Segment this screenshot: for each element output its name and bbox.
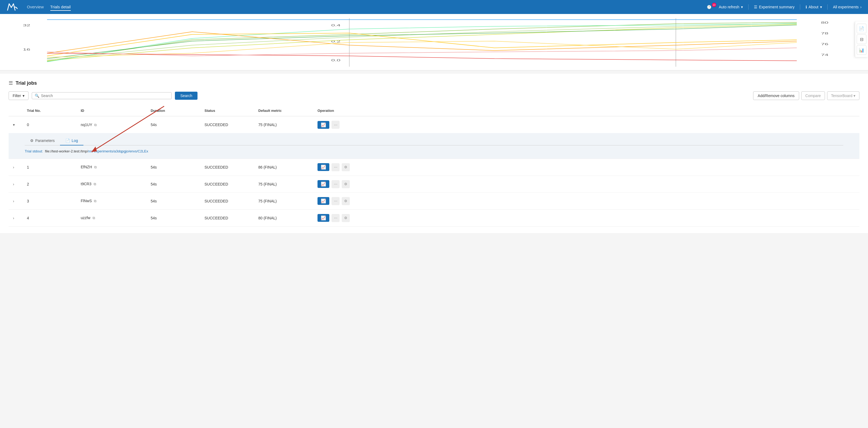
auto-refresh-btn[interactable]: 🕐 10 Auto refresh ▾ (707, 5, 743, 9)
col-trial-no: Trial No. (25, 107, 79, 114)
expand-button-2[interactable]: › (11, 182, 17, 187)
tab-parameters[interactable]: ⚙ Parameters (25, 136, 60, 145)
all-experiments-btn[interactable]: All experiments › (833, 5, 862, 9)
stdout-path-prefix: file://test-worker-2.test:/tmp/ (45, 149, 88, 153)
search-icon: 🔍 (35, 94, 39, 98)
op-icon1-0[interactable]: ⋯ (332, 121, 340, 129)
expand-button-0[interactable]: ▾ (11, 122, 17, 127)
svg-text:80: 80 (821, 21, 828, 24)
chevron-down-icon: ▾ (741, 5, 743, 9)
log-icon: 📄 (65, 138, 70, 143)
chart-area: 32 16 0.4 0.2 0.0 80 78 76 74 (0, 14, 868, 70)
op-icon1-2[interactable]: ⋯ (332, 180, 340, 188)
svg-text:74: 74 (821, 53, 829, 57)
add-remove-columns-button[interactable]: Add/Remove columns (753, 91, 799, 100)
op-icon2-4[interactable]: ⚙ (342, 214, 350, 222)
chart-button-3[interactable]: 📈 (317, 197, 329, 205)
nav-trials-detail[interactable]: Trials detail (50, 3, 71, 11)
about-btn[interactable]: ℹ About ▾ (806, 5, 822, 9)
op-icon2-2[interactable]: ⚙ (342, 180, 350, 188)
chevron-down-icon2: ▾ (820, 5, 822, 9)
main-content: ☰ Trial jobs Filter ▾ 🔍 Search Add/Remov… (0, 74, 868, 233)
side-table-button[interactable]: ⊟ (857, 34, 866, 44)
svg-text:32: 32 (23, 24, 30, 27)
operation-3: 📈 ⋯ ⚙ (315, 196, 369, 206)
expand-cell-1: › (9, 163, 25, 171)
stdout-label: Trial stdout: (25, 149, 43, 153)
op-icon1-1[interactable]: ⋯ (332, 163, 340, 171)
svg-text:76: 76 (821, 42, 828, 46)
expand-cell-3: › (9, 197, 25, 205)
duration-2: 54s (149, 181, 202, 187)
auto-refresh-label: Auto refresh (719, 5, 739, 9)
expand-cell-4: › (9, 214, 25, 222)
search-input[interactable] (41, 94, 169, 98)
dropdown-icon: ▾ (854, 94, 855, 98)
status-2: SUCCEEDED (202, 181, 256, 187)
trial-no-0: 0 (25, 122, 79, 128)
experiment-summary-btn[interactable]: ☰ Experiment summary (754, 5, 795, 9)
search-container: 🔍 (32, 92, 172, 99)
metric-2: 75 (FINAL) (256, 181, 315, 187)
filter-button[interactable]: Filter ▾ (9, 91, 29, 100)
tensorboard-button[interactable]: TensorBoard ▾ (827, 91, 859, 100)
expand-button-3[interactable]: › (11, 198, 17, 204)
side-chart-button[interactable]: 📊 (857, 45, 866, 55)
chart-button-0[interactable]: 📈 (317, 121, 329, 129)
table-row[interactable]: ▾ 0 nq1UY ⧉ 54s SUCCEEDED 75 (FINAL) 📈 ⋯ (9, 117, 859, 133)
compare-button[interactable]: Compare (801, 91, 825, 100)
chart-button-1[interactable]: 📈 (317, 163, 329, 171)
tab-log-label: Log (71, 138, 78, 143)
id-cell-0: nq1UY ⧉ (79, 122, 149, 128)
logo[interactable] (6, 3, 18, 11)
chart-svg: 32 16 0.4 0.2 0.0 80 78 76 74 (11, 18, 857, 67)
table-header: Trial No. ID Duration Status Default met… (9, 105, 859, 117)
table-row-1[interactable]: › 1 EfNZH ⧉ 54s SUCCEEDED 86 (FINAL) 📈 ⋯… (9, 159, 859, 175)
nav-overview[interactable]: Overview (27, 3, 44, 11)
copy-icon-4[interactable]: ⧉ (93, 216, 95, 220)
op-icon1-3[interactable]: ⋯ (332, 197, 340, 205)
id-cell-2: t9CR3 ⧉ (79, 181, 149, 187)
chart-button-2[interactable]: 📈 (317, 180, 329, 188)
id-cell-4: uzzfw ⧉ (79, 215, 149, 221)
expand-button-1[interactable]: › (11, 165, 17, 170)
trial-jobs-section: ☰ Trial jobs Filter ▾ 🔍 Search Add/Remov… (0, 74, 868, 233)
tensorboard-label: TensorBoard (831, 94, 852, 98)
chart-button-4[interactable]: 📈 (317, 214, 329, 222)
col-operation: Operation (315, 107, 369, 114)
status-3: SUCCEEDED (202, 198, 256, 204)
id-cell-3: FlNwS ⧉ (79, 198, 149, 204)
status-1: SUCCEEDED (202, 164, 256, 170)
metric-4: 80 (FINAL) (256, 215, 315, 221)
copy-icon-3[interactable]: ⧉ (94, 199, 96, 203)
search-button[interactable]: Search (175, 92, 197, 100)
op-icon1-4[interactable]: ⋯ (332, 214, 340, 222)
copy-icon-2[interactable]: ⧉ (94, 182, 96, 186)
toolbar: Filter ▾ 🔍 Search Add/Remove columns Com… (9, 91, 859, 100)
operation-2: 📈 ⋯ ⚙ (315, 179, 369, 189)
op-icon2-1[interactable]: ⚙ (342, 163, 350, 171)
copy-icon-1[interactable]: ⧉ (94, 165, 97, 169)
expand-cell-2: › (9, 180, 25, 188)
list-icon2: ☰ (9, 80, 13, 86)
metric-1: 86 (FINAL) (256, 164, 315, 170)
svg-text:0.4: 0.4 (331, 24, 341, 27)
table-row-container-2: › 2 t9CR3 ⧉ 54s SUCCEEDED 75 (FINAL) 📈 ⋯… (9, 176, 859, 193)
duration-3: 54s (149, 198, 202, 204)
col-expand (9, 107, 25, 114)
duration-1: 54s (149, 164, 202, 170)
side-file-button[interactable]: 📄 (857, 24, 866, 33)
col-id: ID (79, 107, 149, 114)
table-row-container-4: › 4 uzzfw ⧉ 54s SUCCEEDED 80 (FINAL) 📈 ⋯… (9, 210, 859, 227)
table-row-4[interactable]: › 4 uzzfw ⧉ 54s SUCCEEDED 80 (FINAL) 📈 ⋯… (9, 210, 859, 226)
stdout-path-link[interactable]: nni-experiments/a3dqpgjo/envs/C2LEx (88, 149, 148, 153)
trial-no-1: 1 (25, 164, 79, 170)
copy-icon-0[interactable]: ⧉ (94, 123, 97, 127)
op-icon2-3[interactable]: ⚙ (342, 197, 350, 205)
table-row-2[interactable]: › 2 t9CR3 ⧉ 54s SUCCEEDED 75 (FINAL) 📈 ⋯… (9, 176, 859, 193)
chevron-right-icon: › (860, 5, 862, 9)
trial-no-4: 4 (25, 215, 79, 221)
table-row-3[interactable]: › 3 FlNwS ⧉ 54s SUCCEEDED 75 (FINAL) 📈 ⋯… (9, 193, 859, 209)
expand-button-4[interactable]: › (11, 215, 17, 221)
tab-log[interactable]: 📄 Log (60, 136, 83, 145)
